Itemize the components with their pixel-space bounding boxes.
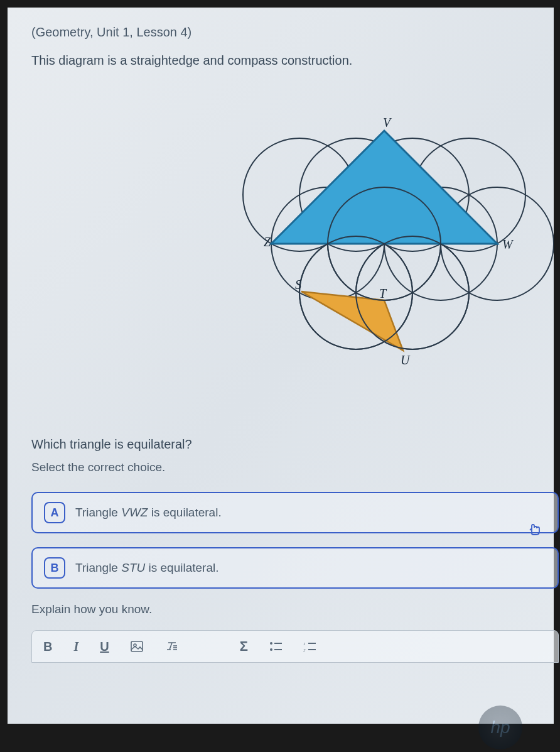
choice-text-b: Triangle STU is equilateral. [75,561,218,575]
hp-logo: hp [478,706,522,749]
italic-button[interactable]: I [73,640,78,654]
number-list-button[interactable]: 12 [303,641,316,651]
label-t: T [379,286,387,300]
choice-text-a: Triangle VWZ is equilateral. [75,506,222,520]
svg-rect-25 [308,649,316,650]
worksheet-page: (Geometry, Unit 1, Lesson 4) This diagra… [8,8,554,724]
question-text: Which triangle is equilateral? [31,437,554,452]
svg-text:2: 2 [303,648,306,651]
construction-diagram: V W Z S T U [215,80,554,432]
clear-format-button[interactable] [164,641,178,652]
pointer-cursor-icon [527,521,541,540]
svg-rect-21 [274,649,282,650]
diagram-container: V W Z S T U [31,80,554,432]
intro-text: This diagram is a straightedge and compa… [31,53,554,68]
bold-button[interactable]: B [43,640,52,654]
instruction-text: Select the correct choice. [31,460,554,474]
svg-rect-23 [308,643,316,644]
explain-label: Explain how you know. [31,602,554,616]
choice-letter-b: B [44,557,65,579]
svg-point-18 [270,642,272,645]
breadcrumb: (Geometry, Unit 1, Lesson 4) [31,25,554,40]
underline-button[interactable]: U [100,640,109,654]
label-v: V [383,116,392,129]
choice-b[interactable]: B Triangle STU is equilateral. [31,547,559,589]
choice-a[interactable]: A Triangle VWZ is equilateral. [31,492,559,533]
editor-toolbar: B I U Σ 12 [31,630,559,663]
svg-rect-13 [131,641,143,651]
insert-image-button[interactable] [131,641,143,652]
choice-letter-a: A [44,502,65,523]
label-u: U [401,353,411,367]
label-s: S [295,278,301,292]
svg-rect-19 [274,643,282,644]
label-w: W [502,237,514,251]
label-z: Z [264,235,271,249]
equation-button[interactable]: Σ [240,638,248,655]
svg-point-20 [270,648,272,651]
bullet-list-button[interactable] [269,641,282,651]
svg-text:1: 1 [303,641,306,646]
